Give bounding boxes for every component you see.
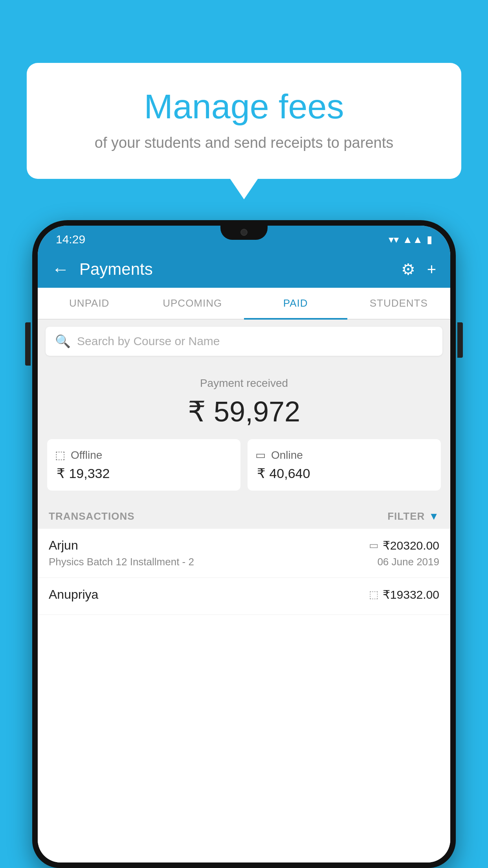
transaction-amount: ₹20320.00 xyxy=(383,539,439,552)
speech-bubble: Manage fees of your students and send re… xyxy=(27,63,461,179)
offline-payment-icon: ⬚ xyxy=(369,588,379,601)
search-icon: 🔍 xyxy=(55,334,71,349)
status-icons: ▾▾ ▲▲ ▮ xyxy=(389,234,432,246)
camera xyxy=(240,229,248,236)
tab-upcoming[interactable]: UPCOMING xyxy=(141,288,244,319)
search-input[interactable]: Search by Course or Name xyxy=(77,335,220,348)
tab-unpaid[interactable]: UNPAID xyxy=(38,288,141,319)
transaction-amount: ₹19332.00 xyxy=(383,588,439,601)
header-actions: ⚙ + xyxy=(401,260,436,278)
tab-paid[interactable]: PAID xyxy=(244,288,347,319)
payment-summary: Payment received ₹ 59,972 ⬚ Offline ₹ 19… xyxy=(38,363,450,502)
bubble-subtitle: of your students and send receipts to pa… xyxy=(46,134,442,151)
payment-received-label: Payment received xyxy=(46,377,442,390)
transaction-name: Anupriya xyxy=(49,587,98,602)
offline-label: Offline xyxy=(71,449,102,462)
transactions-header: TRANSACTIONS FILTER ▼ xyxy=(38,502,450,529)
filter-label: FILTER xyxy=(387,510,425,522)
table-row[interactable]: Arjun ▭ ₹20320.00 Physics Batch 12 Insta… xyxy=(38,529,450,578)
transaction-list: Arjun ▭ ₹20320.00 Physics Batch 12 Insta… xyxy=(38,529,450,862)
phone-screen: 14:29 ▾▾ ▲▲ ▮ ← Payments ⚙ + UNPAID UPCO… xyxy=(38,226,450,862)
online-label: Online xyxy=(271,449,303,462)
online-card: ▭ Online ₹ 40,640 xyxy=(248,439,441,491)
bubble-title: Manage fees xyxy=(46,86,442,127)
transaction-date: 06 June 2019 xyxy=(377,556,439,568)
filter-button[interactable]: FILTER ▼ xyxy=(387,510,439,522)
phone-frame: 14:29 ▾▾ ▲▲ ▮ ← Payments ⚙ + UNPAID UPCO… xyxy=(32,220,456,868)
signal-icon: ▲▲ xyxy=(403,234,423,246)
app-header: ← Payments ⚙ + xyxy=(38,251,450,288)
page-title: Payments xyxy=(79,260,401,279)
online-card-header: ▭ Online xyxy=(255,449,433,462)
payment-total: ₹ 59,972 xyxy=(46,395,442,428)
offline-card-header: ⬚ Offline xyxy=(55,449,233,462)
phone-notch xyxy=(220,226,268,240)
settings-icon[interactable]: ⚙ xyxy=(401,260,415,278)
transaction-amount-wrap: ▭ ₹20320.00 xyxy=(369,539,439,552)
offline-amount: ₹ 19,332 xyxy=(55,465,233,481)
transaction-course: Physics Batch 12 Installment - 2 xyxy=(49,556,194,568)
transaction-bottom: Physics Batch 12 Installment - 2 06 June… xyxy=(49,556,439,568)
online-payment-icon: ▭ xyxy=(369,539,379,552)
add-icon[interactable]: + xyxy=(427,261,436,278)
tabs: UNPAID UPCOMING PAID STUDENTS xyxy=(38,288,450,320)
transaction-top: Arjun ▭ ₹20320.00 xyxy=(49,538,439,553)
filter-icon: ▼ xyxy=(429,510,439,522)
transaction-top: Anupriya ⬚ ₹19332.00 xyxy=(49,587,439,602)
back-button[interactable]: ← xyxy=(52,259,69,279)
offline-icon: ⬚ xyxy=(55,449,65,462)
table-row[interactable]: Anupriya ⬚ ₹19332.00 xyxy=(38,578,450,615)
battery-icon: ▮ xyxy=(427,234,432,246)
transaction-name: Arjun xyxy=(49,538,78,553)
tab-students[interactable]: STUDENTS xyxy=(347,288,451,319)
transactions-label: TRANSACTIONS xyxy=(49,510,135,522)
transaction-amount-wrap: ⬚ ₹19332.00 xyxy=(369,588,439,601)
offline-card: ⬚ Offline ₹ 19,332 xyxy=(47,439,240,491)
payment-cards: ⬚ Offline ₹ 19,332 ▭ Online ₹ 40,640 xyxy=(47,439,441,491)
search-bar[interactable]: 🔍 Search by Course or Name xyxy=(46,327,442,356)
online-icon: ▭ xyxy=(255,449,266,462)
wifi-icon: ▾▾ xyxy=(389,234,399,246)
online-amount: ₹ 40,640 xyxy=(255,465,433,481)
status-time: 14:29 xyxy=(56,233,85,246)
